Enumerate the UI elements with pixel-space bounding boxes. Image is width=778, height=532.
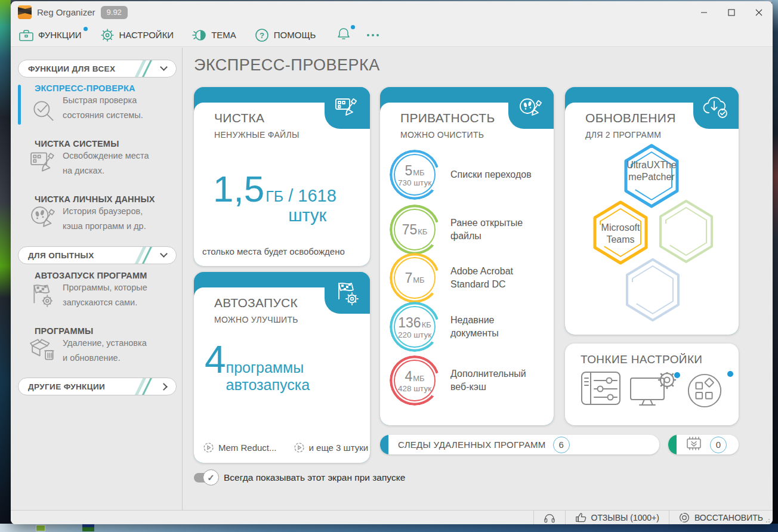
help-icon: ?	[254, 27, 270, 43]
gear-play-icon	[203, 442, 214, 453]
more-menu-button[interactable]	[367, 34, 379, 36]
maximize-button[interactable]	[718, 1, 745, 23]
briefcase-icon	[18, 28, 34, 42]
menu-functions[interactable]: ФУНКЦИИ	[18, 28, 82, 42]
menu-settings[interactable]: НАСТРОЙКИ	[100, 27, 174, 43]
green-accent	[668, 435, 677, 454]
privacy-card[interactable]: ПРИВАТНОСТЬ МОЖНО ОЧИСТИТЬ 5МБ730 штук С…	[380, 87, 554, 425]
autorun-item[interactable]: Mem Reduct...	[203, 442, 277, 453]
privacy-row[interactable]: 75КБ Ранее открытые файлы	[390, 204, 549, 255]
headphones-icon	[544, 512, 555, 523]
section-functions-for-all[interactable]: ФУНКЦИИ ДЛЯ ВСЕХ	[18, 60, 177, 78]
support-button[interactable]	[533, 511, 565, 524]
page-title: ЭКСПРЕСС-ПРОВЕРКА	[194, 56, 380, 75]
privacy-ring: 136КБ220 штук	[390, 302, 440, 352]
autorun-item-more[interactable]: и еще 3 штуки	[294, 442, 369, 453]
autorun-value: 4программы автозапуска	[205, 329, 370, 394]
minimize-icon	[700, 9, 708, 16]
privacy-ring: 5МБ730 штук	[390, 150, 440, 200]
close-icon	[755, 9, 762, 16]
notification-dot	[674, 372, 680, 378]
sidebar: ФУНКЦИИ ДЛЯ ВСЕХ ЭКСПРЕСС-ПРОВЕРКА Быстр…	[11, 48, 182, 510]
app-window: Reg Organizer 9.92 ФУНКЦИИ НАСТРОЙКИ ТЕМ…	[11, 1, 773, 524]
footprints-broom-icon	[30, 205, 57, 234]
monitor-gear-icon[interactable]	[629, 372, 677, 412]
notification-dot	[727, 371, 733, 377]
update-hex-empty	[623, 256, 683, 323]
titlebar[interactable]: Reg Organizer 9.92	[11, 1, 773, 23]
app-logo-icon	[18, 5, 32, 19]
notification-dot	[84, 27, 88, 31]
toggle-check-icon: ✓	[203, 469, 219, 485]
desktop-taskbar-sliver	[0, 524, 778, 532]
notification-dot	[351, 25, 355, 29]
driver-updates-bar[interactable]: 0	[668, 435, 739, 454]
feedback-button[interactable]: ОТЗЫВЫ (1000+)	[565, 511, 669, 524]
flag-gear-icon	[334, 280, 360, 305]
autorun-items: Mem Reduct... и еще 3 штуки	[203, 442, 368, 453]
section-other-functions[interactable]: ДРУГИЕ ФУНКЦИИ	[18, 378, 177, 395]
section-for-advanced[interactable]: ДЛЯ ОПЫТНЫХ	[18, 246, 177, 264]
desktop-right-sliver	[772, 0, 778, 532]
svg-text:?: ?	[260, 31, 264, 40]
chip-count-badge: 0	[710, 437, 727, 453]
updates-card[interactable]: ОБНОВЛЕНИЯ ДЛЯ 2 ПРОГРАММ UltraUXThemePa…	[565, 87, 739, 335]
cleaning-card[interactable]: ЧИСТКА НЕНУЖНЫЕ ФАЙЛЫ 1,5ГБ/ 1618 штук с…	[194, 87, 370, 266]
theme-icon	[192, 27, 207, 43]
bell-icon	[336, 26, 351, 42]
cloud-download-check-icon	[702, 96, 730, 120]
cleaning-value: 1,5ГБ/ 1618 штук	[213, 171, 370, 225]
close-button[interactable]	[745, 1, 773, 23]
resize-grip[interactable]	[765, 517, 771, 523]
gear-play-icon	[294, 442, 305, 453]
menu-help[interactable]: ? ПОМОЩЬ	[254, 27, 316, 43]
privacy-ring: 7МБ	[390, 253, 440, 303]
flag-gear-icon	[30, 282, 57, 310]
update-hex-empty	[656, 198, 716, 265]
restore-icon	[679, 512, 690, 523]
apps-circle-icon[interactable]	[686, 372, 723, 412]
monitor-broom-icon	[30, 150, 57, 178]
fine-tuning-card[interactable]: ТОНКИЕ НАСТРОЙКИ	[565, 344, 739, 425]
box-trash-icon	[30, 337, 57, 366]
monitor-broom-icon	[334, 96, 361, 120]
statusbar: ОТЗЫВЫ (1000+) ВОССТАНОВИТЬ	[11, 510, 773, 524]
app-title: Reg Organizer	[37, 7, 95, 17]
autorun-card-tab	[325, 272, 370, 314]
privacy-row[interactable]: 5МБ730 штук Списки переходов	[390, 149, 549, 200]
chevron-down-icon	[160, 63, 168, 71]
teal-accent	[380, 435, 388, 454]
thumbs-up-icon	[575, 512, 586, 522]
cleaning-card-tab	[325, 87, 370, 129]
privacy-row[interactable]: 7МБ Adobe Acrobat Standard DC	[390, 252, 549, 304]
uninstalled-traces-bar[interactable]: СЛЕДЫ УДАЛЕННЫХ ПРОГРАММ 6	[380, 435, 659, 454]
maximize-icon	[728, 9, 735, 16]
minimize-button[interactable]	[690, 1, 718, 23]
privacy-row[interactable]: 136КБ220 штук Недавние документы	[390, 301, 549, 352]
desktop-left-sliver	[0, 0, 11, 532]
chip-icon	[685, 436, 703, 453]
version-badge: 9.92	[101, 6, 128, 19]
notifications-button[interactable]	[336, 26, 351, 44]
privacy-ring: 4МБ428 штук	[390, 355, 440, 406]
screen: Reg Organizer 9.92 ФУНКЦИИ НАСТРОЙКИ ТЕМ…	[0, 0, 778, 532]
cleaning-caption: столько места будет освобождено	[202, 246, 345, 256]
traces-count-badge: 6	[553, 437, 570, 453]
window-sliders-icon[interactable]	[581, 371, 621, 408]
content-area: ФУНКЦИИ ДЛЯ ВСЕХ ЭКСПРЕСС-ПРОВЕРКА Быстр…	[11, 48, 773, 510]
menubar: ФУНКЦИИ НАСТРОЙКИ ТЕМА ? ПОМОЩЬ	[11, 23, 773, 47]
privacy-ring: 75КБ	[390, 205, 440, 255]
updates-card-tab	[693, 87, 739, 129]
footprints-broom-icon	[518, 96, 544, 120]
startup-toggle[interactable]: ✓	[194, 473, 215, 482]
autorun-card[interactable]: АВТОЗАПУСК МОЖНО УЛУЧШИТЬ 4программы авт…	[194, 272, 370, 463]
menu-theme[interactable]: ТЕМА	[192, 27, 236, 43]
chevron-down-icon	[160, 250, 168, 258]
privacy-card-tab	[508, 87, 554, 129]
privacy-row[interactable]: 4МБ428 штук Дополнительный веб-кэш	[390, 355, 549, 406]
main-panel: ЭКСПРЕСС-ПРОВЕРКА ЧИСТКА НЕНУЖНЫЕ ФАЙЛЫ …	[183, 48, 773, 510]
restore-button[interactable]: ВОССТАНОВИТЬ	[669, 511, 773, 524]
gear-icon	[100, 27, 115, 43]
show-at-startup-toggle-row: ✓ Всегда показывать этот экран при запус…	[194, 472, 405, 483]
magnifier-check-icon	[30, 98, 57, 128]
